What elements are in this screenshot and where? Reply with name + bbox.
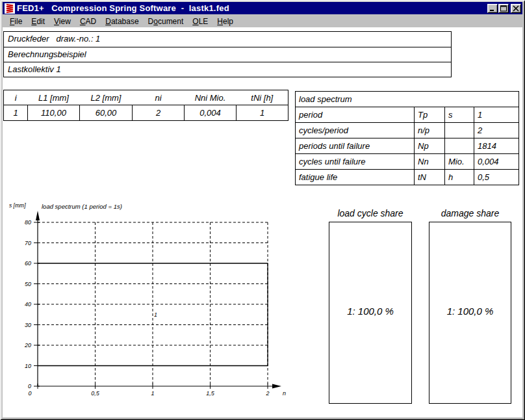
spectrum-table-cell: h bbox=[445, 170, 474, 185]
table-row: fatigue lifetNh0,5 bbox=[296, 170, 519, 185]
spectrum-table-cell bbox=[445, 138, 474, 154]
chart-title: load spectrum (1 period = 1s) bbox=[42, 203, 122, 210]
document-header-line-1: Druckfeder draw.-no.: 1 bbox=[4, 32, 451, 47]
document-header-block: Druckfeder draw.-no.: 1Berechnungsbeispi… bbox=[3, 31, 452, 77]
load-table-header-cell: tNi [h] bbox=[237, 90, 288, 105]
spectrum-table-cell: cycles until failure bbox=[296, 154, 415, 170]
spectrum-table-cell: 1814 bbox=[474, 138, 519, 154]
load-table-cell: 60,00 bbox=[80, 105, 133, 121]
menu-item-help[interactable]: Help bbox=[212, 16, 238, 27]
y-axis-label: s [mm] bbox=[9, 202, 26, 209]
window-controls bbox=[487, 4, 521, 13]
spectrum-table-cell bbox=[445, 123, 474, 138]
y-tick-label: 10 bbox=[25, 363, 31, 369]
spectrum-table-title: load spectrum bbox=[296, 92, 519, 107]
spectrum-table-cell: Nn bbox=[415, 154, 445, 170]
maximize-button[interactable] bbox=[498, 4, 509, 13]
table-row: cycles until failureNnMio.0,004 bbox=[296, 154, 519, 170]
load-table-cell: 1 bbox=[237, 105, 288, 121]
minimize-button[interactable] bbox=[487, 4, 498, 13]
y-tick-label: 50 bbox=[25, 281, 31, 287]
y-tick-label: 0 bbox=[28, 383, 31, 389]
damage-share-value: 1: 100,0 % bbox=[429, 306, 511, 317]
y-axis-arrow bbox=[36, 211, 40, 220]
spectrum-table-cell: Mio. bbox=[445, 154, 474, 170]
load-spectrum-table: load spectrumperiodTps1cycles/periodn/p2… bbox=[295, 91, 519, 185]
spectrum-table-cell: s bbox=[445, 107, 474, 123]
damage-share-title: damage share bbox=[429, 208, 511, 220]
x-axis-label: n bbox=[283, 390, 286, 397]
table-row: periodTps1 bbox=[296, 107, 519, 123]
document-header-line-3: Lastkollektiv 1 bbox=[4, 62, 451, 77]
x-tick-label: 0,5 bbox=[91, 390, 100, 397]
table-row: 1110,0060,0020,0041 bbox=[4, 105, 288, 121]
spectrum-table-cell: fatigue life bbox=[296, 170, 415, 185]
load-table-header-cell: L2 [mm] bbox=[80, 90, 133, 105]
spectrum-table-cell: 1 bbox=[474, 107, 519, 123]
menu-item-file[interactable]: File bbox=[5, 16, 27, 27]
load-cycle-share-box: 1: 100,0 % bbox=[329, 222, 412, 404]
menu-item-ole[interactable]: OLE bbox=[188, 16, 212, 27]
load-collective-table: iL1 [mm]L2 [mm]niNni Mio.tNi [h]1110,006… bbox=[3, 90, 288, 121]
x-tick-label: 2 bbox=[265, 390, 269, 397]
spectrum-table-cell: cycles/period bbox=[296, 123, 415, 138]
y-tick-label: 30 bbox=[25, 322, 31, 328]
menu-item-document[interactable]: Document bbox=[144, 16, 188, 27]
x-tick-label: 1 bbox=[151, 390, 154, 397]
x-tick-label: 1,5 bbox=[206, 390, 215, 397]
close-icon bbox=[512, 5, 520, 12]
y-tick-label: 20 bbox=[24, 342, 31, 348]
load-cycle-share-value: 1: 100,0 % bbox=[329, 306, 411, 317]
menu-item-cad[interactable]: CAD bbox=[75, 16, 101, 27]
load-block-label: 1 bbox=[154, 311, 157, 318]
spectrum-table-cell: Tp bbox=[415, 107, 445, 123]
window-title: FED1+ Compression Spring Software - last… bbox=[17, 3, 487, 13]
y-tick-label: 70 bbox=[25, 240, 31, 246]
close-button[interactable] bbox=[511, 4, 521, 13]
load-spectrum-chart: 0102030405060708000,511,521load spectrum… bbox=[4, 199, 287, 413]
spectrum-table-cell: n/p bbox=[415, 123, 445, 138]
x-tick-label: 0 bbox=[28, 390, 31, 397]
load-table-cell: 1 bbox=[4, 105, 28, 121]
maximize-icon bbox=[500, 5, 507, 12]
spectrum-table-cell: Np bbox=[415, 138, 445, 154]
table-row: periods until failureNp1814 bbox=[296, 138, 519, 154]
y-tick-label: 60 bbox=[25, 260, 31, 267]
x-axis-arrow bbox=[272, 384, 281, 389]
load-table-header-cell: i bbox=[4, 90, 28, 105]
load-table-cell: 2 bbox=[133, 105, 185, 121]
app-window: FED1+ Compression Spring Software - last… bbox=[0, 0, 525, 420]
y-tick-label: 80 bbox=[25, 219, 31, 226]
load-table-header-cell: L1 [mm] bbox=[28, 90, 80, 105]
spectrum-table-cell: 2 bbox=[474, 123, 519, 138]
menu-bar: FileEditViewCADDatabaseDocumentOLEHelp bbox=[3, 15, 522, 27]
minimize-icon bbox=[489, 5, 496, 12]
document-header-line-2: Berechnungsbeispiel bbox=[4, 47, 451, 62]
title-bar[interactable]: FED1+ Compression Spring Software - last… bbox=[3, 2, 522, 14]
menu-item-edit[interactable]: Edit bbox=[27, 16, 49, 27]
spectrum-table-cell: 0,004 bbox=[474, 154, 519, 170]
menu-item-view[interactable]: View bbox=[49, 16, 75, 27]
load-table-cell: 110,00 bbox=[28, 105, 80, 121]
spectrum-table-cell: period bbox=[296, 107, 415, 123]
client-area: Druckfeder draw.-no.: 1Berechnungsbeispi… bbox=[3, 27, 522, 417]
damage-share-box: 1: 100,0 % bbox=[429, 222, 511, 404]
menu-item-database[interactable]: Database bbox=[101, 16, 143, 27]
table-row: cycles/periodn/p2 bbox=[296, 123, 519, 138]
y-tick-label: 40 bbox=[25, 301, 31, 308]
app-spring-icon bbox=[5, 3, 15, 14]
spectrum-table-cell: periods until failure bbox=[296, 138, 415, 154]
load-table-cell: 0,004 bbox=[185, 105, 237, 121]
spectrum-table-cell: tN bbox=[415, 170, 445, 185]
load-cycle-share-title: load cycle share bbox=[329, 208, 412, 220]
spectrum-table-cell: 0,5 bbox=[474, 170, 519, 185]
load-table-header-cell: ni bbox=[133, 90, 185, 105]
load-table-header-cell: Nni Mio. bbox=[185, 90, 237, 105]
